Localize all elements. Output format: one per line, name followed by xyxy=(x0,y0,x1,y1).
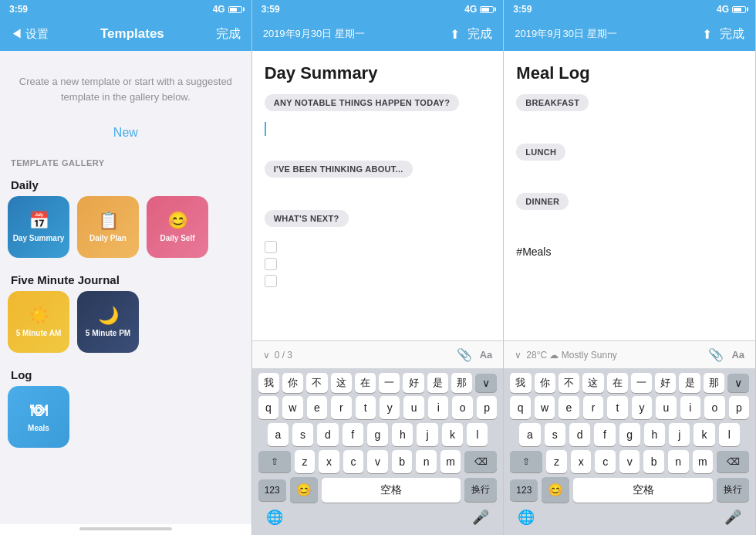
checkbox-3[interactable] xyxy=(265,275,277,287)
kb-w-3[interactable]: w xyxy=(535,396,555,419)
template-5min-pm[interactable]: 🌙 5 Minute PM xyxy=(77,291,139,353)
kb-ch3-9[interactable]: 那 xyxy=(704,373,724,393)
kb-e-3[interactable]: e xyxy=(559,396,579,419)
share-icon-3[interactable]: ⬆ xyxy=(702,27,712,42)
kb-p-2[interactable]: p xyxy=(477,396,497,419)
done-button-1[interactable]: 完成 xyxy=(216,26,241,42)
globe-icon-2[interactable]: 🌐 xyxy=(266,509,283,526)
kb-s-3[interactable]: s xyxy=(545,423,565,446)
kb-g-2[interactable]: g xyxy=(367,423,388,446)
template-5min-am[interactable]: ☀️ 5 Minute AM xyxy=(8,291,69,353)
kb-ch-expand-3[interactable]: ∨ xyxy=(727,374,749,392)
kb-m-2[interactable]: m xyxy=(440,450,461,473)
kb-d-3[interactable]: d xyxy=(569,423,590,446)
kb-n-3[interactable]: n xyxy=(668,450,689,473)
mic-icon-3[interactable]: 🎤 xyxy=(724,509,741,526)
kb-ch3-3[interactable]: 不 xyxy=(559,373,579,393)
globe-icon-3[interactable]: 🌐 xyxy=(518,509,535,526)
kb-l-3[interactable]: l xyxy=(719,423,740,446)
attach-icon-2[interactable]: 📎 xyxy=(457,347,472,362)
kb-b-3[interactable]: b xyxy=(643,450,664,473)
kb-ch3-5[interactable]: 在 xyxy=(607,373,628,393)
kb-m-3[interactable]: m xyxy=(693,450,714,473)
kb-a-2[interactable]: a xyxy=(268,423,289,446)
kb-i-2[interactable]: i xyxy=(428,396,448,419)
kb-p-3[interactable]: p xyxy=(729,396,749,419)
kb-q-2[interactable]: q xyxy=(258,396,278,419)
kb-g-3[interactable]: g xyxy=(619,423,640,446)
kb-s-2[interactable]: s xyxy=(292,423,313,446)
back-button-1[interactable]: ◀ 设置 xyxy=(11,27,49,42)
kb-ch-4[interactable]: 这 xyxy=(331,373,352,393)
checkbox-2[interactable] xyxy=(265,258,277,270)
chevron-down-icon-3[interactable]: ∨ xyxy=(515,350,521,361)
template-daily-plan[interactable]: 📋 Daily Plan xyxy=(77,196,139,258)
kb-l-2[interactable]: l xyxy=(467,423,488,446)
kb-r-3[interactable]: r xyxy=(583,396,603,419)
template-day-summary[interactable]: 📅 Day Summary xyxy=(8,196,69,258)
kb-y-2[interactable]: y xyxy=(380,396,400,419)
kb-ch-7[interactable]: 好 xyxy=(403,373,424,393)
kb-return-3[interactable]: 换行 xyxy=(717,478,749,502)
kb-h-2[interactable]: h xyxy=(392,423,413,446)
done-button-3[interactable]: 完成 xyxy=(720,26,744,42)
kb-n-2[interactable]: n xyxy=(416,450,437,473)
font-icon-3[interactable]: Aa xyxy=(731,349,744,361)
kb-space-2[interactable]: 空格 xyxy=(322,478,461,503)
kb-j-3[interactable]: j xyxy=(669,423,690,446)
kb-ch-expand-2[interactable]: ∨ xyxy=(475,374,497,392)
kb-delete-2[interactable]: ⌫ xyxy=(464,451,497,472)
kb-z-3[interactable]: z xyxy=(546,450,567,473)
kb-delete-3[interactable]: ⌫ xyxy=(717,451,749,472)
kb-b-2[interactable]: b xyxy=(392,450,413,473)
kb-v-2[interactable]: v xyxy=(367,450,388,473)
template-daily-self[interactable]: 😊 Daily Self xyxy=(147,196,208,258)
kb-ch-8[interactable]: 是 xyxy=(427,373,448,393)
kb-r-2[interactable]: r xyxy=(331,396,351,419)
chevron-down-icon-2[interactable]: ∨ xyxy=(263,350,270,361)
kb-ch3-8[interactable]: 是 xyxy=(679,373,700,393)
kb-f-2[interactable]: f xyxy=(343,423,363,446)
kb-ch-1[interactable]: 我 xyxy=(258,373,279,393)
kb-123-2[interactable]: 123 xyxy=(258,479,286,501)
kb-t-2[interactable]: t xyxy=(356,396,376,419)
kb-o-3[interactable]: o xyxy=(704,396,724,419)
kb-t-3[interactable]: t xyxy=(607,396,627,419)
kb-ch3-2[interactable]: 你 xyxy=(535,373,555,393)
mic-icon-2[interactable]: 🎤 xyxy=(472,509,489,526)
kb-ch-5[interactable]: 在 xyxy=(355,373,376,393)
kb-d-2[interactable]: d xyxy=(317,423,338,446)
kb-123-3[interactable]: 123 xyxy=(510,479,538,501)
kb-v-3[interactable]: v xyxy=(619,450,640,473)
kb-e-2[interactable]: e xyxy=(307,396,327,419)
template-meals[interactable]: 🍽 Meals xyxy=(8,386,69,448)
share-icon-2[interactable]: ⬆ xyxy=(450,27,460,42)
kb-shift-2[interactable]: ⇧ xyxy=(258,451,291,472)
kb-ch-3[interactable]: 不 xyxy=(306,373,327,393)
kb-a-3[interactable]: a xyxy=(519,423,540,446)
kb-z-2[interactable]: z xyxy=(295,450,316,473)
kb-j-2[interactable]: j xyxy=(417,423,437,446)
kb-ch-6[interactable]: 一 xyxy=(379,373,400,393)
kb-w-2[interactable]: w xyxy=(282,396,302,419)
font-icon-2[interactable]: Aa xyxy=(480,349,493,361)
kb-ch3-7[interactable]: 好 xyxy=(655,373,676,393)
kb-emoji-2[interactable]: 😊 xyxy=(290,477,318,503)
kb-u-2[interactable]: u xyxy=(403,396,424,419)
kb-o-2[interactable]: o xyxy=(452,396,472,419)
kb-ch-9[interactable]: 那 xyxy=(451,373,472,393)
new-template-button[interactable]: New xyxy=(0,120,251,152)
kb-ch-2[interactable]: 你 xyxy=(282,373,303,393)
done-button-2[interactable]: 完成 xyxy=(467,26,492,42)
kb-return-2[interactable]: 换行 xyxy=(464,478,497,502)
kb-emoji-3[interactable]: 😊 xyxy=(542,477,569,503)
kb-c-2[interactable]: c xyxy=(343,450,364,473)
kb-f-3[interactable]: f xyxy=(594,423,615,446)
kb-q-3[interactable]: q xyxy=(510,396,530,419)
kb-x-3[interactable]: x xyxy=(571,450,592,473)
kb-c-3[interactable]: c xyxy=(595,450,616,473)
kb-ch3-4[interactable]: 这 xyxy=(582,373,603,393)
attach-icon-3[interactable]: 📎 xyxy=(708,347,724,362)
checkbox-1[interactable] xyxy=(265,241,277,253)
kb-ch3-6[interactable]: 一 xyxy=(631,373,652,393)
